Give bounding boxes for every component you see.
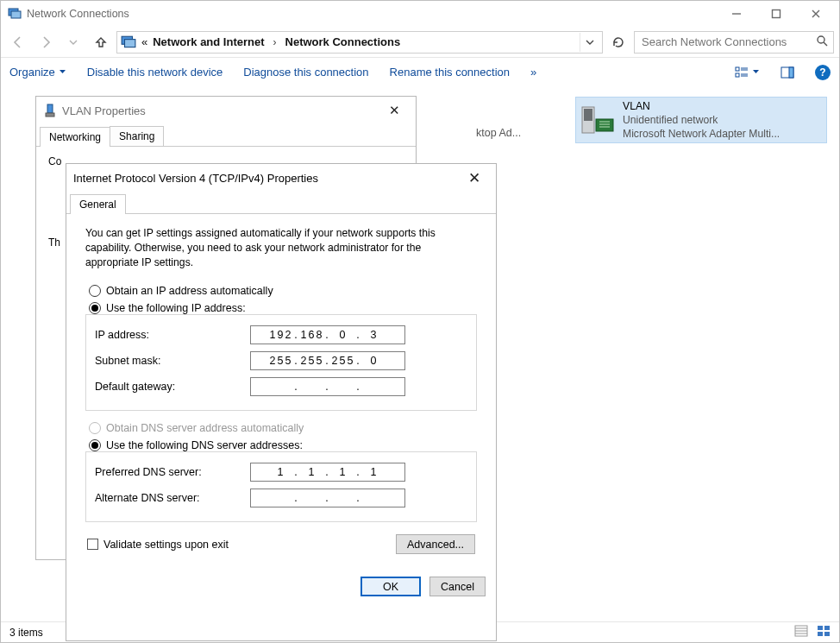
svg-rect-10 — [736, 67, 739, 71]
tab-sharing[interactable]: Sharing — [110, 126, 164, 146]
cmd-organize-label: Organize — [9, 66, 55, 79]
cancel-button[interactable]: Cancel — [429, 577, 486, 596]
input-preferred-dns[interactable]: 1. 1. 1. 1 — [250, 463, 405, 482]
checkbox-icon — [87, 539, 98, 550]
svg-rect-32 — [47, 104, 53, 113]
view-large-icons-button[interactable] — [817, 624, 831, 640]
adapter-text: VLAN Unidentified network Microsoft Netw… — [623, 99, 780, 141]
nav-strip: « Network and Internet › Network Connect… — [1, 27, 839, 58]
chevron-down-icon — [752, 68, 760, 76]
dialog-body: You can get IP settings assigned automat… — [66, 214, 496, 570]
this-connection-uses-label-truncated: Th — [48, 236, 60, 249]
radio-obtain-dns-auto: Obtain DNS server address automatically — [89, 419, 477, 437]
radio-icon — [89, 422, 101, 434]
view-details-button[interactable] — [794, 624, 808, 640]
svg-point-8 — [818, 36, 824, 43]
tab-networking[interactable]: Networking — [40, 127, 110, 147]
cmd-preview-pane[interactable] — [780, 66, 794, 79]
address-bar[interactable]: « Network and Internet › Network Connect… — [116, 31, 603, 54]
cmd-more[interactable]: » — [530, 66, 536, 79]
radio-icon — [89, 439, 101, 451]
help-button[interactable]: ? — [815, 65, 831, 80]
input-alternate-dns[interactable]: . . . — [250, 489, 405, 507]
svg-rect-30 — [818, 632, 823, 636]
checkbox-validate-settings[interactable]: Validate settings upon exit — [87, 539, 229, 551]
cmd-organize[interactable]: Organize — [9, 66, 66, 79]
label-default-gateway: Default gateway: — [95, 381, 250, 393]
dialog-titlebar[interactable]: Internet Protocol Version 4 (TCP/IPv4) P… — [66, 164, 496, 192]
cmd-rename-connection[interactable]: Rename this connection — [390, 66, 510, 79]
nav-back-button[interactable] — [6, 30, 30, 54]
row-subnet-mask: Subnet mask: 255. 255. 255. 0 — [95, 348, 467, 374]
adapter-device: Microsoft Network Adapter Multi... — [623, 127, 780, 141]
minimize-button[interactable] — [717, 2, 756, 26]
explorer-window: Network Connections « Network and Intern… — [0, 0, 840, 643]
cmd-disable-device[interactable]: Disable this network device — [87, 66, 223, 79]
cmd-view-options[interactable] — [735, 66, 760, 79]
command-bar: Organize Disable this network device Dia… — [1, 58, 839, 87]
address-dropdown-button[interactable] — [580, 33, 599, 52]
label-preferred-dns: Preferred DNS server: — [95, 466, 250, 478]
nav-recent-button[interactable] — [61, 30, 85, 54]
svg-rect-13 — [736, 73, 739, 77]
dialog-title: Internet Protocol Version 4 (TCP/IPv4) P… — [73, 172, 318, 185]
row-alternate-dns: Alternate DNS server: . . . — [95, 485, 467, 511]
input-ip-address[interactable]: 192. 168. 0. 3 — [250, 325, 405, 344]
radio-label: Obtain DNS server address automatically — [106, 422, 304, 434]
svg-rect-29 — [824, 626, 830, 630]
breadcrumb-seg-2[interactable]: Network Connections — [285, 35, 401, 48]
close-button[interactable] — [796, 2, 836, 26]
connect-using-label-truncated: Co — [48, 155, 61, 167]
search-input[interactable] — [640, 35, 816, 49]
svg-rect-33 — [46, 113, 54, 117]
svg-rect-3 — [773, 10, 780, 18]
network-icon — [8, 7, 22, 21]
dialog-title: VLAN Properties — [62, 104, 146, 117]
radio-icon — [89, 302, 101, 314]
checkbox-label: Validate settings upon exit — [103, 539, 229, 551]
svg-rect-1 — [11, 11, 21, 18]
nav-up-button[interactable] — [89, 30, 113, 54]
status-item-count: 3 items — [9, 627, 43, 639]
dialog-close-button[interactable]: ✕ — [379, 100, 409, 121]
dialog-titlebar[interactable]: VLAN Properties ✕ — [36, 97, 416, 124]
radio-icon — [89, 285, 101, 297]
network-icon — [121, 35, 136, 50]
ok-button[interactable]: OK — [360, 577, 421, 596]
svg-rect-19 — [584, 109, 592, 121]
titlebar: Network Connections — [1, 1, 839, 27]
cmd-diagnose-connection[interactable]: Diagnose this connection — [243, 66, 368, 79]
search-box[interactable] — [634, 31, 834, 54]
row-default-gateway: Default gateway: . . . — [95, 374, 467, 400]
dialog-tabs: Networking Sharing — [36, 124, 416, 147]
refresh-button[interactable] — [606, 30, 630, 54]
row-preferred-dns: Preferred DNS server: 1. 1. 1. 1 — [95, 459, 467, 485]
dialog-close-button[interactable]: ✕ — [460, 167, 489, 188]
dialog-tabs: General — [66, 192, 496, 214]
svg-rect-7 — [125, 39, 135, 47]
window-title: Network Connections — [8, 7, 717, 21]
view-icon — [735, 66, 749, 79]
nav-forward-button[interactable] — [34, 30, 58, 54]
input-default-gateway[interactable]: . . . — [250, 377, 405, 396]
ip-address-group: IP address: 192. 168. 0. 3 Subnet mask: … — [85, 314, 477, 411]
window-title-text: Network Connections — [27, 8, 129, 20]
preview-pane-icon — [780, 66, 794, 79]
advanced-button[interactable]: Advanced... — [396, 534, 475, 554]
breadcrumb-collapse[interactable]: « — [141, 35, 147, 48]
maximize-button[interactable] — [756, 2, 796, 26]
radio-obtain-ip-auto[interactable]: Obtain an IP address automatically — [89, 282, 477, 299]
dialog-button-row: OK Cancel — [66, 570, 496, 605]
radio-label: Obtain an IP address automatically — [106, 285, 273, 297]
svg-rect-20 — [596, 119, 613, 131]
adapter-vlan[interactable]: VLAN Unidentified network Microsoft Netw… — [576, 98, 826, 142]
description-text: You can get IP settings assigned automat… — [85, 226, 477, 270]
tab-general[interactable]: General — [70, 194, 126, 214]
svg-rect-31 — [824, 632, 830, 636]
input-subnet-mask[interactable]: 255. 255. 255. 0 — [250, 351, 405, 370]
breadcrumb-seg-1[interactable]: Network and Internet — [153, 35, 264, 48]
label-subnet-mask: Subnet mask: — [95, 355, 250, 367]
chevron-down-icon — [59, 68, 66, 76]
adapter-icon — [580, 101, 617, 139]
breadcrumb-sep-icon: › — [270, 36, 280, 48]
